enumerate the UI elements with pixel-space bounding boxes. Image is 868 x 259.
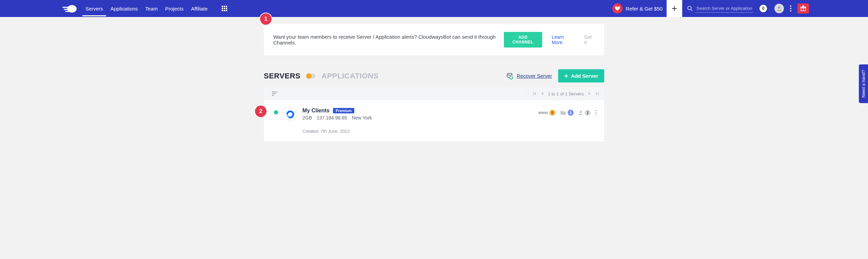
svg-rect-1 [62, 7, 68, 8]
main-container: 1 Want your team members to receive Serv… [264, 17, 604, 142]
recover-server-link: Recover Server [517, 73, 552, 79]
apps-count-badge: 5 [549, 110, 555, 116]
svg-point-32 [595, 114, 596, 115]
svg-rect-5 [224, 6, 225, 7]
svg-rect-11 [224, 10, 225, 11]
tab-applications[interactable]: APPLICATIONS [321, 72, 378, 80]
svg-point-13 [688, 6, 691, 10]
server-panel: 1 to 1 of 1 Servers 2 My Clients Premium… [264, 87, 604, 142]
svg-rect-28 [287, 115, 287, 115]
svg-rect-3 [65, 11, 69, 12]
svg-point-18 [790, 10, 791, 12]
svg-point-15 [778, 6, 781, 9]
got-it-button[interactable]: Got It [584, 34, 595, 45]
header-spacer [227, 0, 612, 17]
search-wrap: 0 [682, 0, 868, 17]
main-nav: Servers Applications Team Projects Affil… [85, 6, 227, 12]
list-tabs: SERVERS APPLICATIONS Recover Server Add … [264, 69, 604, 82]
gift-button[interactable] [797, 3, 809, 14]
users-count-badge: 2 [585, 110, 591, 116]
nav-projects[interactable]: Projects [165, 6, 183, 12]
svg-rect-2 [64, 9, 68, 10]
search-input[interactable] [696, 4, 753, 13]
refer-link[interactable]: Refer & Get $50 [612, 0, 663, 17]
header-left: Servers Applications Team Projects Affil… [0, 0, 227, 17]
tabs-right: Recover Server Add Server [506, 69, 604, 82]
projects-count[interactable]: 1 [560, 110, 574, 116]
help-side-tab[interactable]: Need a hand? [859, 64, 868, 103]
channels-info-banner: Want your team members to receive Server… [264, 24, 604, 56]
server-app-toggle[interactable] [307, 74, 315, 78]
svg-rect-4 [222, 6, 223, 7]
server-location: New York [352, 115, 372, 121]
svg-rect-26 [289, 117, 290, 118]
tab-servers[interactable]: SERVERS [264, 72, 300, 80]
add-server-button[interactable]: Add Server [558, 69, 604, 82]
apps-grid-icon[interactable] [222, 6, 227, 11]
pager-first-icon[interactable] [532, 92, 536, 96]
folder-icon [560, 110, 566, 115]
header-more-icon[interactable] [790, 5, 791, 12]
server-created: Created: 7th June, 2022 [302, 129, 372, 134]
svg-point-30 [595, 110, 596, 111]
add-server-label: Add Server [571, 73, 598, 79]
svg-point-29 [580, 111, 582, 113]
projects-count-badge: 1 [568, 110, 574, 116]
svg-point-16 [790, 5, 791, 7]
pager-next-icon[interactable] [588, 92, 591, 96]
user-icon [578, 110, 583, 115]
annotation-marker-2: 2 [255, 106, 267, 117]
server-ip: 137.184.98.65 [317, 115, 347, 121]
learn-more-link[interactable]: Learn More [552, 34, 574, 45]
svg-rect-6 [226, 6, 227, 7]
svg-rect-10 [222, 10, 223, 11]
premium-badge: Premium [333, 108, 354, 113]
recover-server[interactable]: Recover Server [506, 72, 552, 80]
server-info: My Clients Premium 2GB 137.184.98.65 New… [302, 108, 372, 134]
add-new-button[interactable] [667, 0, 682, 17]
annotation-marker-1: 1 [260, 13, 272, 25]
server-title-line: My Clients Premium [302, 108, 372, 114]
svg-point-17 [790, 8, 791, 9]
nav-affiliate[interactable]: Affiliate [191, 6, 208, 12]
sort-icon[interactable] [272, 91, 278, 96]
refer-label: Refer & Get $50 [626, 6, 663, 12]
www-label: www [538, 110, 548, 115]
cloudways-logo[interactable] [61, 4, 79, 13]
svg-rect-27 [288, 115, 289, 116]
server-row-right: www 5 1 2 [538, 110, 597, 116]
heart-icon [612, 3, 623, 14]
nav-team[interactable]: Team [145, 6, 158, 12]
pager-last-icon[interactable] [595, 92, 599, 96]
toggle-knob [306, 73, 312, 79]
recover-icon [506, 72, 513, 80]
apps-count[interactable]: www 5 [538, 110, 555, 116]
svg-rect-12 [226, 10, 227, 11]
svg-point-31 [595, 112, 596, 113]
add-channel-button[interactable]: ADD CHANNEL [504, 32, 542, 48]
pager-text: 1 to 1 of 1 Servers [548, 91, 584, 96]
server-row-more-icon[interactable] [595, 110, 597, 115]
notification-count[interactable]: 0 [760, 5, 767, 12]
top-header: Servers Applications Team Projects Affil… [0, 0, 868, 17]
svg-rect-7 [222, 8, 223, 9]
status-dot-running [274, 110, 278, 114]
svg-rect-8 [224, 8, 225, 9]
plus-icon [564, 74, 568, 78]
users-count[interactable]: 2 [578, 110, 591, 116]
svg-rect-9 [226, 8, 227, 9]
search-icon [687, 5, 693, 12]
svg-line-14 [691, 9, 692, 11]
server-row[interactable]: My Clients Premium 2GB 137.184.98.65 New… [264, 100, 604, 142]
pager-prev-icon[interactable] [540, 92, 544, 96]
svg-point-22 [507, 73, 512, 75]
info-banner-text: Want your team members to receive Server… [273, 34, 499, 45]
user-avatar[interactable] [774, 4, 784, 13]
nav-applications[interactable]: Applications [111, 6, 138, 12]
server-meta: 2GB 137.184.98.65 New York [302, 115, 372, 121]
provider-digitalocean-icon [283, 108, 297, 121]
server-name: My Clients [302, 108, 330, 114]
panel-toolbar: 1 to 1 of 1 Servers [264, 87, 604, 100]
server-ram: 2GB [302, 115, 312, 121]
nav-servers[interactable]: Servers [85, 6, 103, 12]
